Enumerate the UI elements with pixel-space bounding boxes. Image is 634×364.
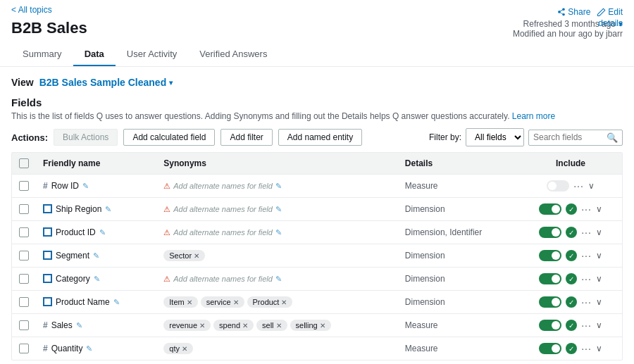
remove-synonym-button[interactable]: ✕ [194,252,199,260]
search-input[interactable] [533,132,604,142]
edit-details-button[interactable]: details [598,18,623,28]
add-filter-button[interactable]: Add filter [220,129,272,146]
tab-user-activity[interactable]: User Activity [116,43,189,66]
row-checkbox[interactable] [19,181,29,191]
expand-button[interactable]: ∨ [596,297,602,307]
expand-button[interactable]: ∨ [596,227,602,237]
edit-synonym-icon[interactable]: ✎ [275,275,282,284]
include-toggle[interactable] [539,227,561,238]
check-badge: ✓ [566,250,577,261]
remove-synonym-button[interactable]: ✕ [199,322,205,330]
field-name: # Row ID ✎ [43,181,149,191]
field-name: # Sales ✎ [43,320,149,330]
expand-button[interactable]: ∨ [596,204,602,214]
expand-button[interactable]: ∨ [596,251,602,261]
more-actions-button[interactable]: ··· [581,296,592,308]
learn-more-link[interactable]: Learn more [512,111,555,121]
dimension-icon [43,204,52,215]
back-link[interactable]: All topics [11,5,52,15]
include-toggle[interactable] [547,180,569,192]
add-synonym-placeholder[interactable]: Add alternate names for field [173,205,273,213]
fields-table: Friendly name Synonyms Details Include #… [11,152,623,360]
include-toggle[interactable] [539,296,561,308]
warning-icon: ⚠ [163,205,170,214]
edit-field-name-icon[interactable]: ✎ [82,182,89,191]
svg-rect-3 [44,275,51,282]
row-checkbox[interactable] [19,251,29,261]
tab-verified-answers[interactable]: Verified Answers [188,43,278,66]
more-actions-button[interactable]: ··· [581,343,592,354]
edit-field-name-icon[interactable]: ✎ [113,298,120,307]
edit-synonym-icon[interactable]: ✎ [275,228,282,237]
details-text: Dimension [405,204,445,214]
more-actions-button[interactable]: ··· [581,320,592,331]
tab-data[interactable]: Data [73,43,116,66]
row-checkbox[interactable] [19,204,29,214]
select-all-checkbox[interactable] [19,158,29,168]
expand-button[interactable]: ∨ [596,344,602,353]
edit-field-name-icon[interactable]: ✎ [86,344,92,353]
edit-field-name-icon[interactable]: ✎ [76,321,82,330]
include-toggle[interactable] [539,320,561,331]
edit-synonym-icon[interactable]: ✎ [275,205,282,214]
synonyms-cell: ⚠ Add alternate names for field ✎ [163,205,391,214]
add-synonym-placeholder[interactable]: Add alternate names for field [173,228,273,237]
dimension-icon [43,227,52,238]
view-selector[interactable]: B2B Sales Sample Cleaned ▾ [39,77,173,88]
include-toggle[interactable] [539,273,561,284]
field-name-text: Category [56,274,90,284]
more-actions-button[interactable]: ··· [581,250,592,261]
remove-synonym-button[interactable]: ✕ [281,299,287,306]
share-button[interactable]: Share [557,7,590,17]
page-title: B2B Sales [11,19,87,37]
field-name: Product ID ✎ [43,227,149,238]
include-toggle-wrap: ✓ ··· ∨ [526,250,615,261]
edit-button[interactable]: Edit [597,7,623,17]
remove-synonym-button[interactable]: ✕ [233,299,239,306]
remove-synonym-button[interactable]: ✕ [242,322,248,330]
filter-select[interactable]: All fields [466,128,524,146]
edit-field-name-icon[interactable]: ✎ [93,251,99,261]
more-actions-button[interactable]: ··· [573,180,584,192]
edit-field-name-icon[interactable]: ✎ [94,275,100,284]
remove-synonym-button[interactable]: ✕ [276,322,282,330]
synonym-tag: Sector✕ [163,250,205,261]
remove-synonym-button[interactable]: ✕ [187,299,192,306]
field-name-text: Product ID [56,227,96,237]
edit-field-name-icon[interactable]: ✎ [105,205,111,214]
row-checkbox[interactable] [19,227,29,237]
expand-button[interactable]: ∨ [588,181,595,191]
dimension-icon [43,297,52,308]
expand-button[interactable]: ∨ [596,320,602,330]
search-icon: 🔍 [607,132,618,143]
include-toggle[interactable] [539,203,561,215]
row-checkbox[interactable] [19,344,29,353]
table-row: Product ID ✎ ⚠ Add alternate names for f… [12,221,622,244]
details-text: Dimension [405,251,445,261]
more-actions-button[interactable]: ··· [581,203,592,215]
remove-synonym-button[interactable]: ✕ [320,322,325,330]
row-checkbox[interactable] [19,320,29,330]
add-synonym-placeholder[interactable]: Add alternate names for field [173,275,273,283]
row-checkbox[interactable] [19,297,29,307]
include-toggle[interactable] [539,250,561,261]
more-actions-button[interactable]: ··· [581,227,592,238]
dimension-icon [43,274,52,284]
include-toggle[interactable] [539,343,561,354]
edit-synonym-icon[interactable]: ✎ [275,182,282,191]
expand-button[interactable]: ∨ [596,274,602,284]
details-text: Dimension [405,274,445,284]
include-toggle-wrap: ✓ ··· ∨ [526,273,615,284]
remove-synonym-button[interactable]: ✕ [182,345,187,353]
search-box[interactable]: 🔍 [528,130,623,146]
include-toggle-wrap: ✓ ··· ∨ [526,343,615,354]
measure-icon: # [43,181,48,191]
edit-field-name-icon[interactable]: ✎ [99,228,106,237]
add-calculated-field-button[interactable]: Add calculated field [123,129,215,146]
row-checkbox[interactable] [19,274,29,284]
more-actions-button[interactable]: ··· [581,273,592,284]
add-synonym-placeholder[interactable]: Add alternate names for field [173,182,273,190]
tab-summary[interactable]: Summary [11,43,73,66]
table-row: # Row ID ✎ ⚠ Add alternate names for fie… [12,175,622,198]
add-named-entity-button[interactable]: Add named entity [278,129,362,146]
